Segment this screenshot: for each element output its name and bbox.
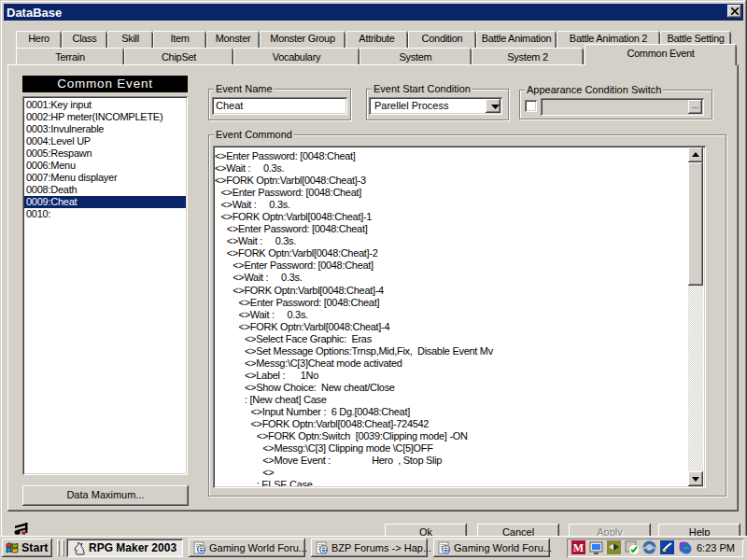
svg-text:M: M <box>573 541 584 554</box>
